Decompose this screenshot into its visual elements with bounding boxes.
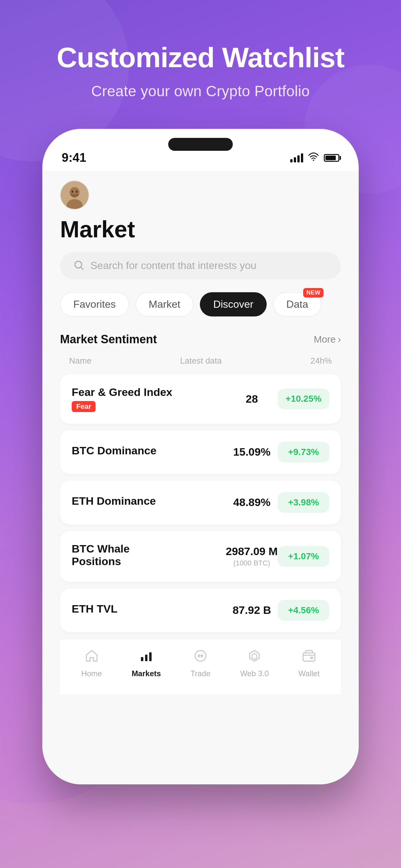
svg-point-5: [76, 190, 78, 193]
tab-data[interactable]: Data NEW: [273, 292, 321, 316]
row-change: +10.25%: [278, 389, 329, 409]
nav-trade[interactable]: Trade: [190, 649, 211, 678]
more-link[interactable]: More ›: [314, 334, 341, 345]
nav-home-label: Home: [81, 669, 102, 678]
row-change: +1.07%: [278, 546, 329, 567]
phone-mockup: 9:41: [42, 129, 359, 784]
row-value: 2987.09 M (1000 BTC): [226, 545, 278, 567]
web3-icon: [247, 649, 261, 666]
nav-web3[interactable]: Web 3.0: [240, 649, 269, 678]
nav-wallet[interactable]: Wallet: [298, 649, 320, 678]
svg-rect-8: [145, 655, 147, 661]
home-icon: [85, 649, 99, 666]
fear-badge: Fear: [72, 401, 96, 412]
market-row-eth-tvl[interactable]: ETH TVL 87.92 B +4.56%: [60, 588, 341, 632]
row-left: Fear & Greed Index Fear: [72, 386, 226, 412]
row-value: 15.09%: [226, 445, 278, 458]
nav-trade-label: Trade: [190, 669, 211, 678]
dynamic-island: [168, 138, 233, 151]
wifi-icon: [308, 152, 319, 163]
col-change: 24h%: [310, 356, 332, 366]
page-title: Market: [60, 216, 341, 243]
search-icon: [73, 259, 85, 272]
section-title: Market Sentiment: [60, 333, 157, 346]
new-badge: NEW: [303, 288, 324, 298]
row-value: 87.92 B: [226, 604, 278, 616]
row-left: BTC Dominance: [72, 444, 226, 460]
row-left: ETH TVL: [72, 602, 226, 618]
markets-icon: [139, 649, 153, 666]
row-name: Fear & Greed Index: [72, 386, 226, 399]
wallet-icon: [302, 649, 316, 666]
phone-content: Market Search for content that interests…: [42, 171, 359, 784]
col-latest: Latest data: [180, 356, 222, 366]
avatar[interactable]: [60, 181, 89, 210]
signal-icon: [290, 153, 303, 162]
hero-title: Customized Watchlist: [57, 42, 344, 73]
status-icons: [290, 152, 339, 163]
nav-markets[interactable]: Markets: [132, 649, 161, 678]
nav-wallet-label: Wallet: [298, 669, 320, 678]
row-change: +4.56%: [278, 600, 329, 621]
tab-favorites[interactable]: Favorites: [60, 292, 129, 316]
row-value: 28: [226, 393, 278, 405]
chevron-right-icon: ›: [338, 334, 341, 345]
row-change: +9.73%: [278, 442, 329, 462]
search-placeholder: Search for content that interests you: [90, 259, 256, 272]
hero-subtitle: Create your own Crypto Portfolio: [57, 82, 344, 100]
phone-frame: 9:41: [42, 129, 359, 784]
market-row-btc-whale[interactable]: BTC WhalePositions 2987.09 M (1000 BTC) …: [60, 531, 341, 582]
avatar-row: [60, 181, 341, 210]
svg-rect-9: [149, 652, 151, 661]
market-row-btc-dominance[interactable]: BTC Dominance 15.09% +9.73%: [60, 430, 341, 474]
market-row-fear-greed[interactable]: Fear & Greed Index Fear 28 +10.25%: [60, 374, 341, 424]
tab-discover[interactable]: Discover: [200, 292, 266, 316]
nav-web3-label: Web 3.0: [240, 669, 269, 678]
row-left: BTC WhalePositions: [72, 542, 226, 570]
trade-icon: [193, 649, 208, 666]
svg-rect-7: [141, 657, 143, 661]
tab-market[interactable]: Market: [135, 292, 194, 316]
row-value: 48.89%: [226, 496, 278, 508]
table-header: Name Latest data 24h%: [60, 352, 341, 369]
search-bar[interactable]: Search for content that interests you: [60, 252, 341, 279]
row-change: +3.98%: [278, 492, 329, 513]
hero-header: Customized Watchlist Create your own Cry…: [57, 0, 344, 100]
row-left: ETH Dominance: [72, 495, 226, 510]
section-header: Market Sentiment More ›: [60, 333, 341, 346]
svg-point-4: [71, 190, 73, 193]
svg-rect-11: [303, 653, 315, 661]
col-name: Name: [69, 356, 91, 366]
svg-rect-12: [310, 657, 313, 659]
svg-point-0: [313, 160, 314, 161]
tabs-row: Favorites Market Discover Data NEW: [60, 292, 341, 316]
nav-home[interactable]: Home: [81, 649, 102, 678]
nav-markets-label: Markets: [132, 669, 161, 678]
market-row-eth-dominance[interactable]: ETH Dominance 48.89% +3.98%: [60, 480, 341, 524]
battery-icon: [324, 154, 339, 162]
bottom-nav: Home Markets: [60, 639, 341, 694]
status-time: 9:41: [62, 151, 86, 165]
